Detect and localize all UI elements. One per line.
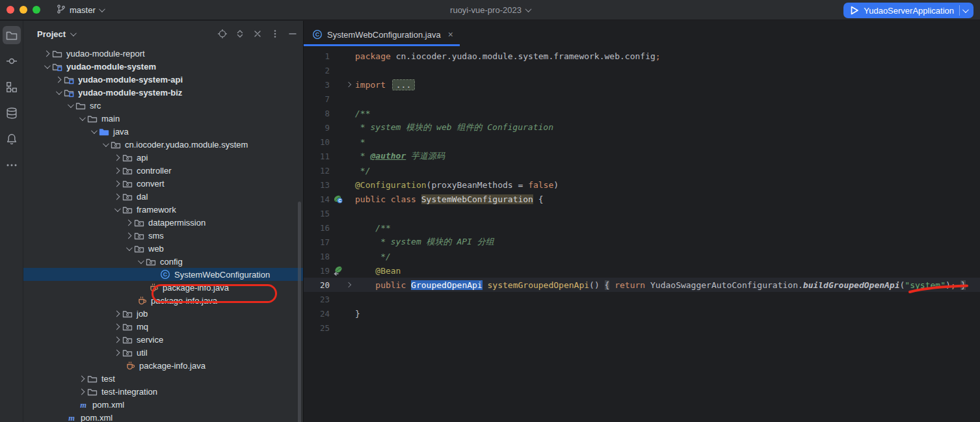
close-window-button[interactable]: [7, 6, 14, 14]
tree-item-src[interactable]: src: [23, 99, 303, 112]
tree-item-dal[interactable]: dal: [23, 190, 303, 203]
tree-item-label: mq: [137, 322, 148, 332]
activity-button-more[interactable]: [3, 156, 21, 174]
tree-item-sms[interactable]: sms: [23, 229, 303, 242]
tree-item-package-info-java[interactable]: package-info.java: [23, 281, 303, 294]
fold-arrow-icon[interactable]: [344, 83, 353, 86]
package-icon: [122, 178, 133, 189]
package-icon: [134, 243, 144, 254]
code-line-13[interactable]: 13@Configuration(proxyBeanMethods = fals…: [304, 178, 980, 192]
tree-item-label: package-info.java: [163, 283, 229, 293]
tree-item-label: main: [101, 114, 120, 124]
tree-item-yudao-module-system-api[interactable]: yudao-module-system-api: [23, 73, 303, 86]
code-line-8[interactable]: 8/**: [304, 106, 980, 120]
activity-button-commit[interactable]: [3, 52, 21, 70]
tree-item-pom-xml[interactable]: mpom.xml: [23, 411, 303, 422]
code-line-20[interactable]: 20 public GroupedOpenApi systemGroupedOp…: [304, 278, 980, 292]
package-icon: [122, 334, 133, 345]
tree-item-main[interactable]: main: [23, 112, 303, 125]
fold-arrow-icon[interactable]: [344, 283, 353, 287]
tree-item-label: test-integration: [101, 387, 157, 397]
tree-item-java[interactable]: java: [23, 125, 303, 138]
activity-button-project[interactable]: [3, 26, 21, 44]
tree-item-convert[interactable]: convert: [23, 177, 303, 190]
tree-item-label: convert: [137, 179, 165, 189]
tree-item-pom-xml[interactable]: mpom.xml: [23, 398, 303, 411]
project-title-dropdown[interactable]: ruoyi-vue-pro-2023: [450, 5, 530, 15]
code-line-11[interactable]: 11 * @author 芋道源码: [304, 149, 980, 163]
activity-button-notifications[interactable]: [3, 130, 21, 148]
code-line-14[interactable]: 14Cpublic class SystemWebConfiguration {: [304, 192, 980, 206]
chevron-down-icon[interactable]: [962, 7, 969, 13]
package-icon: [122, 152, 133, 163]
tree-item-api[interactable]: api: [23, 151, 303, 164]
tree-item-job[interactable]: job: [23, 307, 303, 320]
close-button[interactable]: [252, 29, 263, 39]
tree-item-label: yudao-module-system-api: [78, 75, 183, 85]
tree-item-datapermission[interactable]: datapermission: [23, 216, 303, 229]
kebab-menu-button[interactable]: [270, 29, 280, 39]
tree-scrollbar[interactable]: [298, 202, 301, 422]
locate-icon: [217, 29, 228, 39]
expand-collapse-button[interactable]: [235, 29, 245, 39]
folder-icon: [52, 48, 62, 59]
tree-item-test-integration[interactable]: test-integration: [23, 385, 303, 398]
locate-button[interactable]: [217, 29, 228, 39]
maven-icon: m: [66, 412, 77, 422]
close-tab-icon[interactable]: ×: [448, 29, 453, 40]
class-icon: C: [160, 269, 170, 280]
package-icon: [122, 204, 133, 215]
code-line-16[interactable]: 16 /**: [304, 220, 980, 235]
kebab-menu-icon: [270, 29, 280, 39]
tree-item-test[interactable]: test: [23, 372, 303, 385]
title-bar: master ruoyi-vue-pro-2023 YudaoServerApp…: [0, 0, 980, 20]
tree-item-yudao-module-system-biz[interactable]: yudao-module-system-biz: [23, 86, 303, 99]
activity-button-database[interactable]: [3, 104, 21, 122]
code-line-15[interactable]: 15: [304, 206, 980, 220]
package-icon: [111, 139, 121, 150]
code-line-25[interactable]: 25: [304, 321, 980, 335]
tree-item-label: java: [113, 127, 129, 137]
tree-item-util[interactable]: util: [23, 346, 303, 359]
git-branch-widget[interactable]: master: [56, 4, 103, 16]
minimize-window-button[interactable]: [20, 6, 27, 14]
editor-tab-bar: C SystemWebConfiguration.java ×: [304, 21, 980, 46]
tree-item-config[interactable]: config: [23, 255, 303, 268]
run-configuration-widget[interactable]: YudaoServerApplication: [843, 3, 973, 18]
code-line-17[interactable]: 17 * system 模块的 API 分组: [304, 235, 980, 249]
tree-item-framework[interactable]: framework: [23, 203, 303, 216]
tree-item-cn-iocoder-yudao-module-system[interactable]: cn.iocoder.yudao.module.system: [23, 138, 303, 151]
line-number: 15: [304, 209, 330, 218]
tree-item-yudao-module-report[interactable]: yudao-module-report: [23, 47, 303, 60]
chevron-down-icon[interactable]: [70, 30, 77, 36]
tree-item-mq[interactable]: mq: [23, 320, 303, 333]
tree-item-service[interactable]: service: [23, 333, 303, 346]
line-number: 23: [304, 295, 330, 304]
code-line-7[interactable]: 7: [304, 92, 980, 106]
code-line-10[interactable]: 10 *: [304, 135, 980, 149]
tree-item-package-info-java[interactable]: package-info.java: [23, 294, 303, 307]
editor-tab-systemwebconfiguration[interactable]: C SystemWebConfiguration.java ×: [304, 23, 460, 46]
code-line-1[interactable]: 1package cn.iocoder.yudao.module.system.…: [304, 49, 980, 63]
code-line-18[interactable]: 18 */: [304, 249, 980, 263]
code-editor[interactable]: 1package cn.iocoder.yudao.module.system.…: [304, 46, 980, 422]
tree-item-web[interactable]: web: [23, 242, 303, 255]
code-line-12[interactable]: 12 */: [304, 163, 980, 178]
line-number: 11: [304, 152, 330, 161]
zoom-window-button[interactable]: [33, 6, 40, 14]
line-number: 1: [304, 51, 330, 61]
code-line-19[interactable]: 19 @Bean: [304, 263, 980, 278]
tree-item-controller[interactable]: controller: [23, 164, 303, 177]
spring-config-icon: C: [333, 194, 343, 204]
tree-item-systemwebconfiguration[interactable]: CSystemWebConfiguration: [23, 268, 303, 281]
activity-button-structure[interactable]: [3, 78, 21, 96]
code-line-3[interactable]: 3import ...: [304, 77, 980, 92]
tab-title: SystemWebConfiguration.java: [327, 30, 441, 40]
tree-item-package-info-java[interactable]: package-info.java: [23, 359, 303, 372]
tree-item-yudao-module-system[interactable]: yudao-module-system: [23, 60, 303, 73]
code-line-24[interactable]: 24}: [304, 306, 980, 321]
code-line-23[interactable]: 23: [304, 292, 980, 306]
code-line-9[interactable]: 9 * system 模块的 web 组件的 Configuration: [304, 120, 980, 135]
hide-button[interactable]: [287, 29, 298, 39]
code-line-2[interactable]: 2: [304, 63, 980, 77]
